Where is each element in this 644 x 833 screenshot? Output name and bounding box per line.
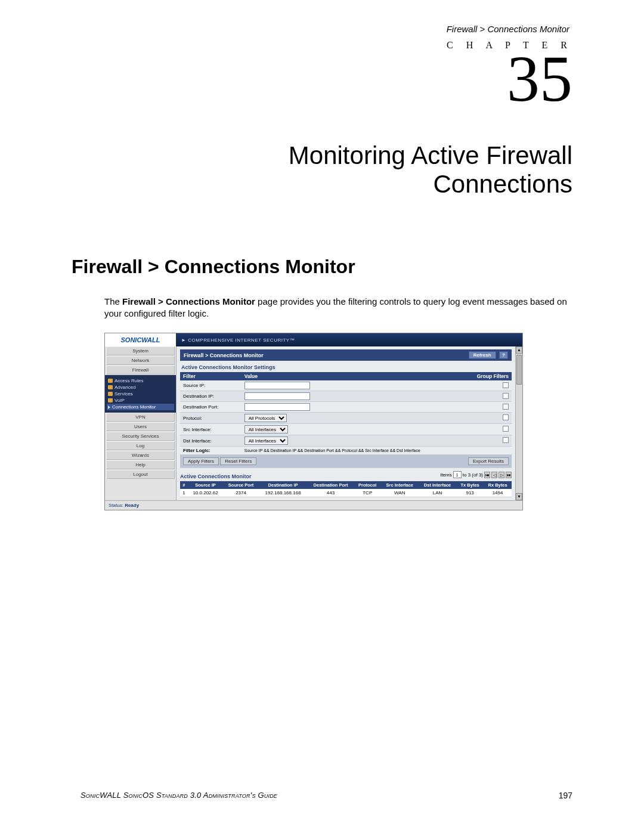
sidebar-tab-security-services[interactable]: Security Services [106,432,175,441]
sidebar-subnav: Access Rules Advanced Services VoIP Conn… [105,375,176,413]
connections-table: # Source IP Source Port Destination IP D… [180,481,512,497]
footer-title: SonicWALL SonicOS Standard 3.0 Administr… [80,791,277,800]
page-footer: SonicWALL SonicOS Standard 3.0 Administr… [80,791,572,800]
sidebar-item-advanced[interactable]: Advanced [107,384,174,391]
chapter-title-line1: Monitoring Active Firewall [289,141,572,169]
sidebar-item-label: Advanced [114,385,136,390]
status-value: Ready [125,503,139,508]
th-tx: Tx Bytes [456,481,484,489]
cell: 443 [307,489,354,497]
cell: 192.188.168.168 [259,489,307,497]
sidebar-item-label: VoIP [114,398,125,403]
sidebar-item-connections-monitor[interactable]: Connections Monitor [107,404,174,410]
cell: 1494 [484,489,512,497]
group-filter-checkbox[interactable] [503,382,509,388]
pager-range: to 3 (of 3) [463,472,483,478]
th-dest-port: Destination Port [307,481,354,489]
sidebar-tab-system[interactable]: System [106,346,175,355]
pager: Items to 3 (of 3) ⏮ ◁ ▷ ⏭ [440,471,512,478]
sidebar-tab-logout[interactable]: Logout [106,470,175,479]
group-filter-checkbox[interactable] [503,437,509,443]
pager-label: Items [440,472,452,478]
cell: WAN [381,489,419,497]
section-heading: Firewall > Connections Monitor [72,256,572,278]
filter-label: Dst Interface: [180,435,242,447]
sidebar-tab-help[interactable]: Help [106,460,175,469]
sidebar-item-label: Services [114,391,133,397]
sidebar-tab-wizards[interactable]: Wizards [106,451,175,460]
export-results-button[interactable]: Export Results [468,457,509,465]
dst-interface-select[interactable]: All Interfaces [244,436,288,445]
sidebar-tab-vpn[interactable]: VPN [106,413,175,422]
sidebar-tab-log[interactable]: Log [106,441,175,450]
scroll-thumb[interactable] [516,355,522,385]
tagline-bar: ► COMPREHENSIVE INTERNET SECURITY™ [177,333,522,346]
filter-table: Filter Value Group Filters Source IP: De… [180,372,512,468]
source-ip-input[interactable] [244,382,310,389]
filter-label: Destination Port: [180,402,242,413]
group-filter-checkbox[interactable] [503,426,509,432]
pager-prev-button[interactable]: ◁ [491,472,497,478]
th-filter: Filter [180,372,242,380]
th-dest-ip: Destination IP [259,481,307,489]
scroll-down-button[interactable]: ▼ [516,493,522,500]
cell: 913 [456,489,484,497]
filter-label: Source IP: [180,380,242,391]
group-filter-checkbox[interactable] [503,414,509,420]
filter-label: Destination IP: [180,391,242,402]
status-label: Status: [109,503,123,508]
sidebar-tab-network[interactable]: Network [106,356,175,365]
filter-label: Protocol: [180,413,242,424]
vertical-scrollbar[interactable]: ▲ ▼ [515,346,522,500]
filter-logic-value: Source IP && Destination IP && Destinati… [242,447,512,455]
cell: 2374 [223,489,259,497]
body-bold: Firewall > Connections Monitor [122,296,255,306]
group-filter-checkbox[interactable] [503,393,509,399]
pane-title: Firewall > Connections Monitor [184,352,264,358]
group-filter-checkbox[interactable] [503,404,509,410]
src-interface-select[interactable]: All Interfaces [244,425,288,433]
folder-icon [108,392,113,396]
refresh-button[interactable]: Refresh [469,351,496,359]
th-src-int: Src Interface [381,481,419,489]
sidebar-item-voip[interactable]: VoIP [107,397,174,404]
sidebar-tab-users[interactable]: Users [106,422,175,431]
content-pane: ▲ ▼ Firewall > Connections Monitor Refre… [177,346,522,500]
help-button[interactable]: ? [499,351,508,359]
sidebar: System Network Firewall Access Rules Adv… [105,346,177,500]
folder-icon [108,398,113,402]
monitor-heading: Active Connections Monitor [180,470,252,479]
chapter-title-line2: Connections [434,170,572,198]
pager-last-button[interactable]: ⏭ [506,472,512,478]
sidebar-tab-firewall[interactable]: Firewall [106,366,175,374]
intro-paragraph: The Firewall > Connections Monitor page … [104,296,572,320]
folder-icon [108,379,113,383]
apply-filters-button[interactable]: Apply Filters [183,457,219,465]
sidebar-item-access-rules[interactable]: Access Rules [107,377,174,384]
filter-label: Src Interface: [180,424,242,435]
settings-heading: Active Connections Monitor Settings [180,361,512,372]
chapter-number: 35 [72,46,572,112]
protocol-select[interactable]: All Protocols [244,414,287,422]
cell: 10.0.202.62 [188,489,223,497]
pager-first-button[interactable]: ⏮ [484,472,490,478]
sidebar-item-services[interactable]: Services [107,391,174,397]
destination-port-input[interactable] [244,403,310,411]
th-num: # [180,481,188,489]
reset-filters-button[interactable]: Reset Filters [220,457,256,465]
pane-title-bar: Firewall > Connections Monitor Refresh ? [180,349,512,361]
body-prefix: The [104,296,122,306]
pager-from-input[interactable] [453,471,462,478]
logo: SONICWALL [105,333,177,346]
th-value: Value [242,372,405,380]
th-group-filters: Group Filters [405,372,512,380]
pager-next-button[interactable]: ▷ [499,472,504,478]
destination-ip-input[interactable] [244,392,310,400]
status-bar: Status: Ready [105,500,522,510]
sidebar-item-label: Access Rules [114,378,143,383]
scroll-up-button[interactable]: ▲ [516,346,522,354]
embedded-screenshot: SONICWALL ► COMPREHENSIVE INTERNET SECUR… [104,333,523,510]
th-source-port: Source Port [223,481,259,489]
arrow-icon [108,405,110,409]
folder-icon [108,385,113,389]
